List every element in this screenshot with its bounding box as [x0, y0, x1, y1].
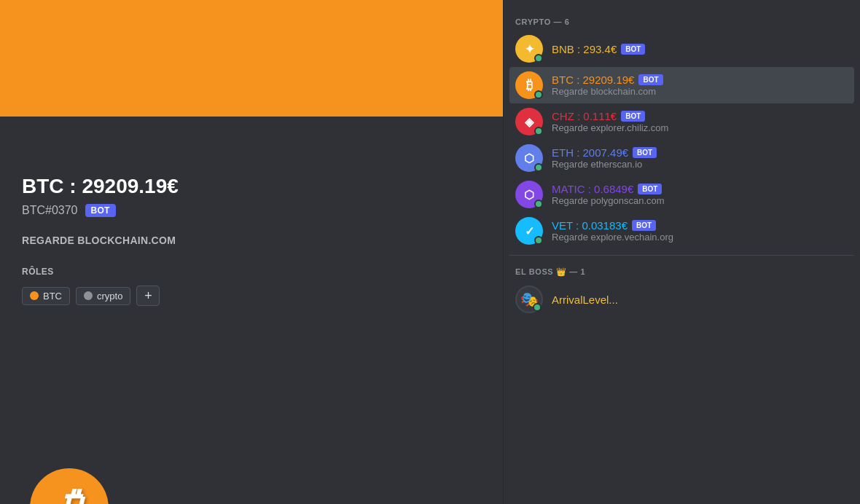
- eth-name: ETH : 2007.49€: [552, 146, 628, 159]
- chz-name: CHZ : 0.111€: [552, 110, 617, 122]
- member-matic[interactable]: ⬡ MATIC : 0.6849€ BOT Regarde polygonsca…: [509, 176, 854, 213]
- matic-name-row: MATIC : 0.6849€ BOT: [552, 183, 848, 195]
- bnb-name-row: BNB : 293.4€ BOT: [552, 43, 848, 55]
- matic-avatar: ⬡: [515, 181, 543, 208]
- vet-name: VET : 0.03183€: [552, 219, 628, 232]
- boss-status-dot: [533, 303, 542, 312]
- members-sidebar: CRYPTO — 6 ✦ BNB : 293.4€ BOT ₿ B: [503, 0, 860, 504]
- add-role-button[interactable]: +: [136, 286, 160, 306]
- eth-info: ETH : 2007.49€ BOT Regarde etherscan.io: [552, 146, 848, 170]
- boss-avatar: 🎭: [515, 286, 543, 313]
- member-eth[interactable]: ⬡ ETH : 2007.49€ BOT Regarde etherscan.i…: [509, 140, 854, 176]
- profile-tag-row: BTC#0370 BOT: [22, 204, 481, 217]
- eth-bot-badge: BOT: [633, 147, 657, 158]
- btc-bot-badge: BOT: [638, 74, 662, 85]
- chz-status-dot: [534, 127, 543, 135]
- vet-sub: Regarde explore.vechain.org: [552, 232, 848, 243]
- bnb-avatar: ✦: [515, 35, 543, 63]
- roles-section: RÔLES BTC crypto +: [22, 267, 481, 306]
- btc-avatar: ₿: [515, 71, 543, 99]
- category-divider: [509, 255, 854, 256]
- btc-icon: ₿: [526, 78, 533, 93]
- eth-status-dot: [534, 163, 543, 172]
- member-btc[interactable]: ₿ BTC : 29209.19€ BOT Regarde blockchain…: [509, 67, 854, 103]
- chz-info: CHZ : 0.111€ BOT Regarde explorer.chiliz…: [552, 110, 848, 133]
- avatar-circle: ₿: [22, 460, 117, 504]
- btc-sub: Regarde blockchain.com: [552, 86, 848, 97]
- chz-avatar: ◈: [515, 108, 543, 135]
- vet-status-dot: [534, 236, 543, 245]
- bnb-bot-badge: BOT: [621, 44, 645, 55]
- profile-tag: BTC#0370: [22, 204, 78, 217]
- eth-name-row: ETH : 2007.49€ BOT: [552, 146, 848, 159]
- member-boss[interactable]: 🎭 ArrivalLevel...: [509, 281, 854, 318]
- btc-status-dot: [534, 90, 543, 99]
- btc-logo-icon: ₿: [59, 487, 80, 504]
- member-bnb[interactable]: ✦ BNB : 293.4€ BOT: [509, 31, 854, 67]
- vet-info: VET : 0.03183€ BOT Regarde explore.vecha…: [552, 219, 848, 243]
- bnb-status-dot: [534, 54, 543, 63]
- crypto-category-label: CRYPTO — 6: [509, 12, 854, 31]
- btc-name: BTC : 29209.19€: [552, 74, 634, 86]
- profile-panel: ₿ BTC : 29209.19€ BTC#0370 BOT REGARDE B…: [0, 0, 503, 504]
- chz-icon: ◈: [525, 115, 533, 129]
- chz-name-row: CHZ : 0.111€ BOT: [552, 110, 848, 122]
- vet-avatar: ✓: [515, 217, 543, 245]
- matic-bot-badge: BOT: [638, 184, 662, 194]
- profile-banner: [0, 0, 503, 117]
- avatar-wrapper: ₿: [22, 460, 117, 504]
- boss-info: ArrivalLevel...: [552, 294, 848, 306]
- role-btc[interactable]: BTC: [22, 287, 70, 305]
- vet-icon: ✓: [525, 224, 534, 238]
- matic-name: MATIC : 0.6849€: [552, 183, 633, 195]
- avatar-inner: ₿: [30, 468, 109, 504]
- matic-info: MATIC : 0.6849€ BOT Regarde polygonscan.…: [552, 183, 848, 206]
- role-crypto-label: crypto: [97, 291, 122, 302]
- boss-category-label: EL BOSS 👑 — 1: [509, 261, 854, 281]
- vet-bot-badge: BOT: [632, 220, 656, 231]
- chz-sub: Regarde explorer.chiliz.com: [552, 122, 848, 133]
- matic-status-dot: [534, 200, 543, 208]
- eth-icon: ⬡: [524, 151, 534, 165]
- eth-sub: Regarde etherscan.io: [552, 159, 848, 170]
- roles-row: BTC crypto +: [22, 286, 481, 306]
- profile-info: BTC : 29209.19€ BTC#0370 BOT REGARDE BLO…: [0, 117, 503, 320]
- role-crypto[interactable]: crypto: [76, 287, 130, 305]
- vet-name-row: VET : 0.03183€ BOT: [552, 219, 848, 232]
- roles-title: RÔLES: [22, 267, 481, 277]
- member-vet[interactable]: ✓ VET : 0.03183€ BOT Regarde explore.vec…: [509, 213, 854, 249]
- matic-icon: ⬡: [524, 188, 534, 202]
- btc-info: BTC : 29209.19€ BOT Regarde blockchain.c…: [552, 74, 848, 97]
- btc-name-row: BTC : 29209.19€ BOT: [552, 74, 848, 86]
- matic-sub: Regarde polygonscan.com: [552, 195, 848, 206]
- boss-category: EL BOSS 👑 — 1 🎭 ArrivalLevel...: [504, 261, 860, 318]
- boss-name: ArrivalLevel...: [552, 294, 618, 306]
- bot-badge: BOT: [85, 204, 116, 217]
- role-btc-label: BTC: [43, 291, 62, 302]
- eth-avatar: ⬡: [515, 144, 543, 172]
- bnb-icon: ✦: [525, 42, 534, 56]
- profile-name: BTC : 29209.19€: [22, 175, 481, 198]
- chz-bot-badge: BOT: [621, 111, 645, 122]
- add-role-icon: +: [144, 288, 152, 304]
- visit-link: REGARDE BLOCKCHAIN.COM: [22, 235, 481, 246]
- boss-name-row: ArrivalLevel...: [552, 294, 848, 306]
- bnb-name: BNB : 293.4€: [552, 43, 617, 55]
- role-crypto-dot: [84, 291, 93, 300]
- bnb-info: BNB : 293.4€ BOT: [552, 43, 848, 55]
- crypto-category: CRYPTO — 6 ✦ BNB : 293.4€ BOT ₿ B: [504, 12, 860, 249]
- role-btc-dot: [30, 291, 39, 300]
- member-chz[interactable]: ◈ CHZ : 0.111€ BOT Regarde explorer.chil…: [509, 103, 854, 140]
